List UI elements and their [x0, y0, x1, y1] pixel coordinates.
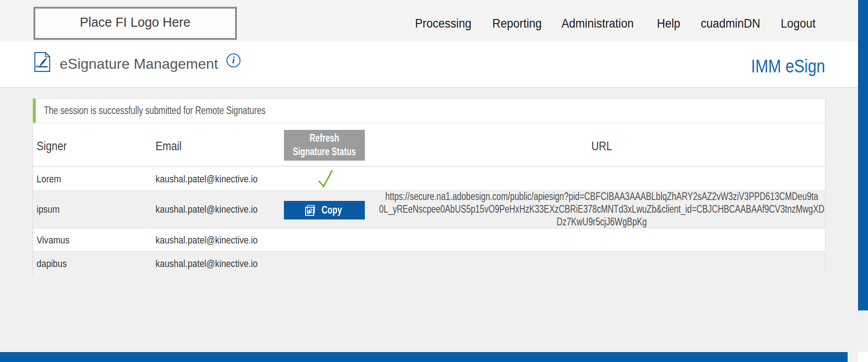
svg-text:x: x [36, 63, 38, 69]
